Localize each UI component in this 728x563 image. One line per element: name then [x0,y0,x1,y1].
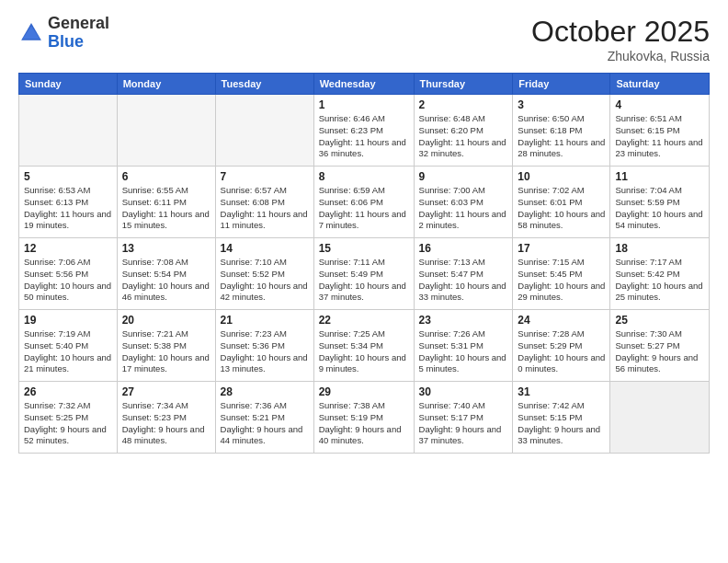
day-number: 10 [518,170,605,183]
table-row: 3Sunrise: 6:50 AM Sunset: 6:18 PM Daylig… [513,95,610,167]
table-row: 22Sunrise: 7:25 AM Sunset: 5:34 PM Dayli… [313,310,414,382]
logo-text: General Blue [48,15,109,52]
table-row: 19Sunrise: 7:19 AM Sunset: 5:40 PM Dayli… [19,310,118,382]
day-info: Sunrise: 7:00 AM Sunset: 6:03 PM Dayligh… [419,185,508,232]
day-info: Sunrise: 7:11 AM Sunset: 5:49 PM Dayligh… [319,257,409,304]
calendar-week-row: 5Sunrise: 6:53 AM Sunset: 6:13 PM Daylig… [19,167,710,238]
day-info: Sunrise: 7:08 AM Sunset: 5:54 PM Dayligh… [122,257,210,304]
day-info: Sunrise: 7:25 AM Sunset: 5:34 PM Dayligh… [319,328,409,375]
day-number: 15 [319,242,409,255]
day-info: Sunrise: 7:34 AM Sunset: 5:23 PM Dayligh… [122,400,210,447]
day-info: Sunrise: 7:23 AM Sunset: 5:36 PM Dayligh… [221,328,309,375]
calendar-table: Sunday Monday Tuesday Wednesday Thursday… [18,73,710,454]
day-info: Sunrise: 7:28 AM Sunset: 5:29 PM Dayligh… [518,328,605,375]
day-info: Sunrise: 6:46 AM Sunset: 6:23 PM Dayligh… [319,113,409,160]
day-number: 7 [221,170,309,183]
day-info: Sunrise: 7:38 AM Sunset: 5:19 PM Dayligh… [319,400,409,447]
day-info: Sunrise: 7:02 AM Sunset: 6:01 PM Dayligh… [518,185,605,232]
table-row: 20Sunrise: 7:21 AM Sunset: 5:38 PM Dayli… [117,310,215,382]
day-info: Sunrise: 7:04 AM Sunset: 5:59 PM Dayligh… [615,185,704,232]
table-row: 6Sunrise: 6:55 AM Sunset: 6:11 PM Daylig… [117,167,215,238]
header: General Blue October 2025 Zhukovka, Russ… [18,15,710,63]
table-row: 31Sunrise: 7:42 AM Sunset: 5:15 PM Dayli… [513,382,610,454]
col-monday: Monday [117,74,215,95]
col-saturday: Saturday [610,74,710,95]
table-row: 2Sunrise: 6:48 AM Sunset: 6:20 PM Daylig… [414,95,513,167]
day-info: Sunrise: 7:17 AM Sunset: 5:42 PM Dayligh… [615,257,704,304]
logo-general-text: General [48,14,109,32]
logo-icon [18,20,44,46]
calendar-week-row: 19Sunrise: 7:19 AM Sunset: 5:40 PM Dayli… [19,310,710,382]
table-row: 16Sunrise: 7:13 AM Sunset: 5:47 PM Dayli… [414,238,513,310]
title-section: October 2025 Zhukovka, Russia [531,15,710,63]
col-tuesday: Tuesday [215,74,313,95]
day-number: 16 [419,242,508,255]
day-number: 12 [24,242,112,255]
day-number: 25 [615,314,704,327]
day-number: 5 [24,170,112,183]
table-row: 15Sunrise: 7:11 AM Sunset: 5:49 PM Dayli… [313,238,414,310]
table-row: 26Sunrise: 7:32 AM Sunset: 5:25 PM Dayli… [19,382,118,454]
day-number: 2 [419,98,508,111]
table-row: 17Sunrise: 7:15 AM Sunset: 5:45 PM Dayli… [513,238,610,310]
month-title: October 2025 [531,15,710,49]
day-info: Sunrise: 6:55 AM Sunset: 6:11 PM Dayligh… [122,185,210,232]
day-number: 14 [221,242,309,255]
day-info: Sunrise: 7:42 AM Sunset: 5:15 PM Dayligh… [518,400,605,447]
day-number: 13 [122,242,210,255]
day-info: Sunrise: 6:51 AM Sunset: 6:15 PM Dayligh… [615,113,704,160]
day-info: Sunrise: 7:19 AM Sunset: 5:40 PM Dayligh… [24,328,112,375]
day-number: 30 [419,385,508,398]
day-info: Sunrise: 7:06 AM Sunset: 5:56 PM Dayligh… [24,257,112,304]
day-number: 28 [221,385,309,398]
table-row: 8Sunrise: 6:59 AM Sunset: 6:06 PM Daylig… [313,167,414,238]
logo: General Blue [18,15,109,52]
table-row: 10Sunrise: 7:02 AM Sunset: 6:01 PM Dayli… [513,167,610,238]
day-info: Sunrise: 7:40 AM Sunset: 5:17 PM Dayligh… [419,400,508,447]
table-row [610,382,710,454]
day-info: Sunrise: 6:48 AM Sunset: 6:20 PM Dayligh… [419,113,508,160]
day-number: 9 [419,170,508,183]
day-number: 21 [221,314,309,327]
table-row: 25Sunrise: 7:30 AM Sunset: 5:27 PM Dayli… [610,310,710,382]
day-number: 1 [319,98,409,111]
table-row: 27Sunrise: 7:34 AM Sunset: 5:23 PM Dayli… [117,382,215,454]
table-row: 1Sunrise: 6:46 AM Sunset: 6:23 PM Daylig… [313,95,414,167]
table-row: 14Sunrise: 7:10 AM Sunset: 5:52 PM Dayli… [215,238,313,310]
day-number: 3 [518,98,605,111]
day-number: 22 [319,314,409,327]
table-row: 24Sunrise: 7:28 AM Sunset: 5:29 PM Dayli… [513,310,610,382]
calendar-week-row: 26Sunrise: 7:32 AM Sunset: 5:25 PM Dayli… [19,382,710,454]
col-sunday: Sunday [19,74,118,95]
table-row: 12Sunrise: 7:06 AM Sunset: 5:56 PM Dayli… [19,238,118,310]
location-subtitle: Zhukovka, Russia [531,49,710,63]
table-row [117,95,215,167]
table-row: 29Sunrise: 7:38 AM Sunset: 5:19 PM Dayli… [313,382,414,454]
table-row: 30Sunrise: 7:40 AM Sunset: 5:17 PM Dayli… [414,382,513,454]
table-row [215,95,313,167]
day-number: 8 [319,170,409,183]
day-number: 6 [122,170,210,183]
table-row: 11Sunrise: 7:04 AM Sunset: 5:59 PM Dayli… [610,167,710,238]
day-info: Sunrise: 6:57 AM Sunset: 6:08 PM Dayligh… [221,185,309,232]
day-info: Sunrise: 7:36 AM Sunset: 5:21 PM Dayligh… [221,400,309,447]
table-row: 23Sunrise: 7:26 AM Sunset: 5:31 PM Dayli… [414,310,513,382]
day-number: 20 [122,314,210,327]
table-row: 21Sunrise: 7:23 AM Sunset: 5:36 PM Dayli… [215,310,313,382]
day-info: Sunrise: 7:13 AM Sunset: 5:47 PM Dayligh… [419,257,508,304]
day-info: Sunrise: 6:50 AM Sunset: 6:18 PM Dayligh… [518,113,605,160]
col-wednesday: Wednesday [313,74,414,95]
table-row: 4Sunrise: 6:51 AM Sunset: 6:15 PM Daylig… [610,95,710,167]
calendar-week-row: 1Sunrise: 6:46 AM Sunset: 6:23 PM Daylig… [19,95,710,167]
day-info: Sunrise: 7:15 AM Sunset: 5:45 PM Dayligh… [518,257,605,304]
table-row: 5Sunrise: 6:53 AM Sunset: 6:13 PM Daylig… [19,167,118,238]
day-number: 23 [419,314,508,327]
day-number: 19 [24,314,112,327]
calendar-header-row: Sunday Monday Tuesday Wednesday Thursday… [19,74,710,95]
day-info: Sunrise: 7:26 AM Sunset: 5:31 PM Dayligh… [419,328,508,375]
calendar-week-row: 12Sunrise: 7:06 AM Sunset: 5:56 PM Dayli… [19,238,710,310]
day-number: 18 [615,242,704,255]
day-info: Sunrise: 7:30 AM Sunset: 5:27 PM Dayligh… [615,328,704,375]
table-row: 7Sunrise: 6:57 AM Sunset: 6:08 PM Daylig… [215,167,313,238]
day-number: 11 [615,170,704,183]
